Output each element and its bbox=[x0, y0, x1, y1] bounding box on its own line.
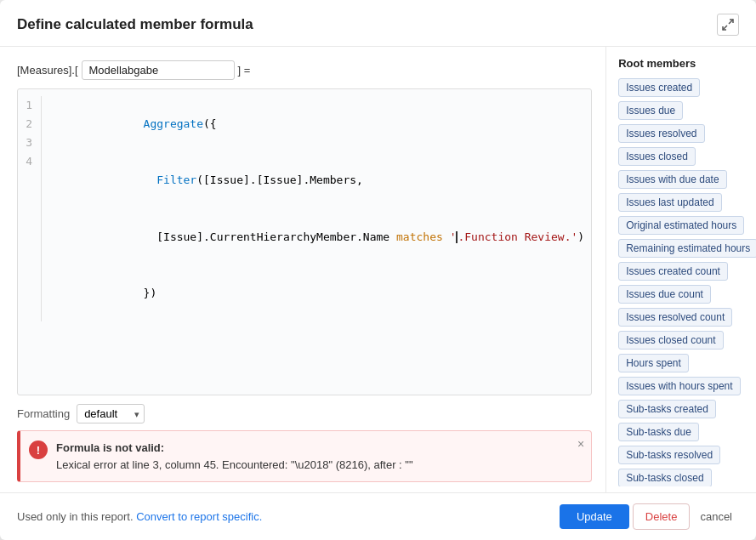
root-members-scroll[interactable]: Issues createdIssues dueIssues resolvedI… bbox=[606, 78, 756, 486]
right-panel: Root members Issues createdIssues dueIss… bbox=[606, 47, 756, 492]
member-tag[interactable]: Issues created count bbox=[618, 262, 728, 281]
formula-suffix: ] = bbox=[238, 64, 251, 77]
error-detail: Lexical error at line 3, column 45. Enco… bbox=[56, 458, 413, 471]
member-tag[interactable]: Issues last updated bbox=[618, 193, 721, 212]
update-button[interactable]: Update bbox=[560, 504, 629, 529]
line-numbers: 1 2 3 4 bbox=[18, 96, 42, 321]
member-tag[interactable]: Issues resolved bbox=[618, 124, 704, 143]
member-tag[interactable]: Remaining estimated hours bbox=[618, 239, 756, 258]
expand-button[interactable] bbox=[717, 14, 739, 36]
dialog-body: [Measures].[ ] = 1 2 3 4 Aggregate({ bbox=[0, 47, 756, 492]
member-tag[interactable]: Sub-tasks closed bbox=[618, 469, 711, 486]
formula-prefix: [Measures].[ bbox=[17, 64, 78, 77]
member-tag[interactable]: Issues closed bbox=[618, 147, 696, 166]
left-panel: [Measures].[ ] = 1 2 3 4 Aggregate({ bbox=[0, 47, 606, 492]
member-tag[interactable]: Issues due count bbox=[618, 285, 711, 304]
formatting-label: Formatting bbox=[17, 407, 70, 420]
error-title: Formula is not valid: bbox=[56, 441, 164, 454]
dialog-footer: Used only in this report. Convert to rep… bbox=[0, 492, 756, 540]
code-line-1: Aggregate({ bbox=[50, 96, 584, 152]
formatting-select-wrap[interactable]: default number currency percent bbox=[77, 404, 145, 423]
member-tag[interactable]: Issues closed count bbox=[618, 331, 723, 350]
footer-text: Used only in this report. Convert to rep… bbox=[17, 510, 556, 523]
members-grid: Issues createdIssues dueIssues resolvedI… bbox=[618, 78, 756, 486]
code-line-4: }) bbox=[50, 265, 584, 321]
cancel-button[interactable]: cancel bbox=[693, 504, 739, 529]
member-tag[interactable]: Sub-tasks due bbox=[618, 423, 699, 441]
code-line-3: [Issue].CurrentHierarchyMember.Name matc… bbox=[50, 209, 584, 265]
error-icon: ! bbox=[29, 441, 48, 459]
formatting-bar: Formatting default number currency perce… bbox=[17, 395, 592, 430]
member-tag[interactable]: Original estimated hours bbox=[618, 216, 744, 235]
footer-static-text: Used only in this report. bbox=[17, 510, 134, 523]
code-line-2: Filter([Issue].[Issue].Members, bbox=[50, 152, 584, 208]
dialog-header: Define calculated member formula bbox=[0, 0, 756, 47]
member-tag[interactable]: Issues due bbox=[618, 101, 683, 120]
formula-name-input[interactable] bbox=[82, 60, 235, 80]
dialog-title: Define calculated member formula bbox=[17, 16, 253, 33]
code-content[interactable]: Aggregate({ Filter([Issue].[Issue].Membe… bbox=[50, 96, 584, 321]
error-text: Formula is not valid: Lexical error at l… bbox=[56, 440, 413, 473]
error-box: ! Formula is not valid: Lexical error at… bbox=[17, 430, 592, 482]
member-tag[interactable]: Issues resolved count bbox=[618, 308, 732, 327]
convert-link[interactable]: Convert to report specific. bbox=[136, 510, 262, 523]
error-close-button[interactable]: × bbox=[577, 438, 584, 450]
member-tag[interactable]: Sub-tasks resolved bbox=[618, 446, 720, 464]
delete-button[interactable]: Delete bbox=[633, 503, 691, 530]
member-tag[interactable]: Issues with due date bbox=[618, 170, 726, 189]
formatting-select[interactable]: default number currency percent bbox=[77, 404, 145, 423]
root-members-title: Root members bbox=[606, 57, 756, 78]
define-formula-dialog: Define calculated member formula [Measur… bbox=[0, 0, 756, 540]
member-tag[interactable]: Issues with hours spent bbox=[618, 377, 740, 395]
code-editor[interactable]: 1 2 3 4 Aggregate({ Filter([Issue].[Issu… bbox=[17, 88, 592, 395]
member-tag[interactable]: Sub-tasks created bbox=[618, 400, 716, 418]
formula-bar: [Measures].[ ] = bbox=[17, 60, 592, 80]
member-tag[interactable]: Issues created bbox=[618, 78, 700, 97]
member-tag[interactable]: Hours spent bbox=[618, 354, 689, 372]
